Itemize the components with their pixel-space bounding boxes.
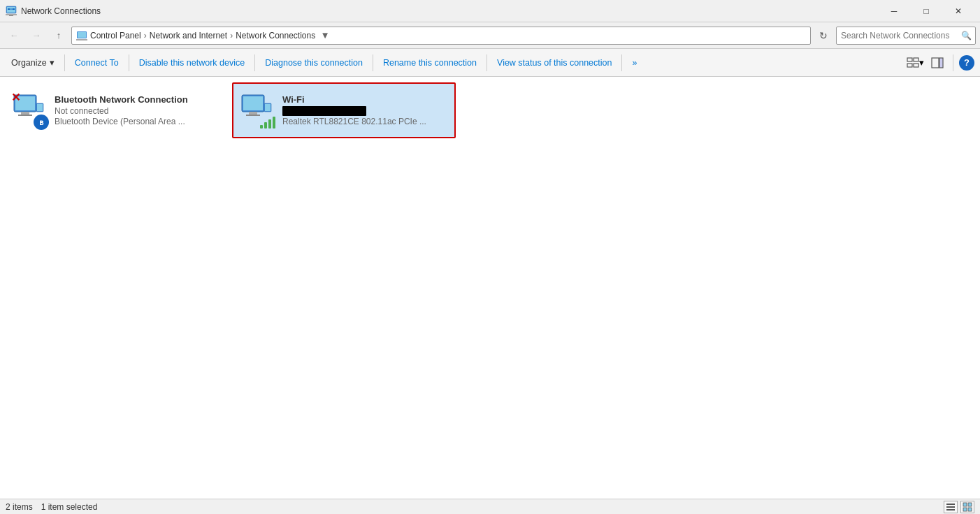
status-right (944, 501, 974, 513)
svg-rect-5 (13, 8, 15, 10)
item-count: 2 items (6, 502, 33, 512)
forward-button[interactable]: → (27, 26, 46, 45)
list-view-icon (946, 502, 956, 512)
svg-rect-12 (907, 64, 912, 67)
wifi-signal-bars (260, 115, 275, 128)
bluetooth-badge: ʙ (34, 115, 49, 130)
svg-rect-8 (78, 32, 86, 38)
preview-pane-icon (931, 57, 944, 69)
ssid-redacted (282, 106, 366, 116)
title-bar-left: Network Connections (6, 6, 101, 17)
toolbar-separator-7 (953, 54, 953, 71)
search-icon: 🔍 (961, 31, 972, 41)
status-details-view-button[interactable] (960, 501, 974, 513)
svg-rect-27 (265, 104, 271, 111)
svg-rect-19 (18, 115, 32, 116)
svg-rect-10 (907, 58, 912, 61)
address-dropdown-button[interactable]: ▼ (318, 27, 332, 45)
diagnose-connection-button[interactable]: Diagnose this connection (259, 52, 368, 74)
svg-rect-21 (37, 104, 43, 111)
wifi-item-ssid (282, 106, 449, 117)
signal-bar-2 (264, 122, 267, 128)
svg-rect-34 (968, 508, 972, 511)
back-button[interactable]: ← (4, 26, 24, 45)
up-button[interactable]: ↑ (49, 26, 69, 45)
svg-rect-15 (939, 58, 943, 68)
organize-button[interactable]: Organize ▾ (6, 52, 60, 74)
title-bar: Network Connections ─ □ ✕ (0, 0, 980, 22)
signal-bar-3 (268, 119, 271, 128)
more-button[interactable]: » (626, 52, 642, 74)
svg-rect-2 (6, 14, 17, 15)
toolbar: Organize ▾ Connect To Disable this netwo… (0, 49, 980, 77)
bluetooth-item-name: Bluetooth Network Connection (55, 94, 224, 105)
app-icon (6, 6, 17, 17)
status-bar: 2 items 1 item selected (0, 499, 980, 514)
rename-connection-button[interactable]: Rename this connection (377, 52, 482, 74)
toolbar-separator-4 (373, 54, 373, 71)
help-button[interactable]: ? (959, 55, 974, 71)
svg-rect-14 (932, 58, 939, 68)
svg-rect-33 (963, 508, 967, 511)
close-button[interactable]: ✕ (942, 0, 974, 22)
svg-rect-31 (963, 503, 967, 506)
disable-network-button[interactable]: Disable this network device (134, 52, 250, 74)
search-input[interactable] (836, 27, 976, 45)
signal-bar-4 (273, 117, 275, 128)
breadcrumb-control-panel[interactable]: Control Panel (90, 31, 141, 41)
minimize-button[interactable]: ─ (878, 0, 910, 22)
svg-rect-25 (246, 115, 260, 116)
selected-count: 1 item selected (41, 502, 98, 512)
svg-rect-3 (9, 15, 13, 16)
svg-rect-11 (914, 58, 918, 61)
view-options-icon (907, 57, 919, 69)
status-list-view-button[interactable] (944, 501, 958, 513)
address-icon (76, 30, 87, 41)
toolbar-separator-6 (621, 54, 622, 71)
wifi-network-item[interactable]: Wi-Fi Realtek RTL8821CE 802.11ac PCIe ..… (232, 82, 456, 138)
search-container: 🔍 (836, 27, 976, 45)
bluetooth-item-status: Not connected (55, 106, 224, 116)
signal-bar-1 (260, 125, 263, 128)
svg-rect-23 (243, 96, 263, 110)
toolbar-separator-1 (64, 54, 65, 71)
toolbar-separator-5 (487, 54, 487, 71)
breadcrumb-network-internet[interactable]: Network and Internet (150, 31, 227, 41)
error-badge: ✕ (11, 92, 22, 103)
svg-rect-24 (249, 112, 257, 115)
address-path: Control Panel › Network and Internet › N… (71, 27, 811, 45)
wifi-icon-container (239, 92, 275, 128)
breadcrumb-network-connections: Network Connections (236, 31, 315, 41)
window-title: Network Connections (21, 6, 101, 16)
details-view-icon (963, 502, 972, 512)
svg-rect-28 (946, 504, 955, 505)
toolbar-separator-2 (129, 54, 129, 71)
window-controls: ─ □ ✕ (878, 0, 974, 22)
main-content: ✕ ʙ Bluetooth Network Connection Not con… (0, 77, 980, 499)
toolbar-separator-3 (254, 54, 255, 71)
wifi-item-name: Wi-Fi (282, 94, 449, 105)
svg-rect-29 (946, 506, 955, 508)
bluetooth-item-info: Bluetooth Network Connection Not connect… (55, 94, 224, 126)
wifi-item-detail: Realtek RTL8821CE 802.11ac PCIe ... (282, 117, 449, 126)
address-bar: ← → ↑ Control Panel › Network and Intern… (0, 22, 980, 49)
maximize-button[interactable]: □ (910, 0, 942, 22)
bluetooth-item-detail: Bluetooth Device (Personal Area ... (55, 117, 224, 126)
svg-rect-32 (968, 503, 972, 506)
wifi-item-info: Wi-Fi Realtek RTL8821CE 802.11ac PCIe ..… (282, 94, 449, 127)
svg-rect-13 (914, 64, 918, 67)
toolbar-right: ▾ ? (905, 53, 974, 73)
view-options-button[interactable]: ▾ (905, 53, 925, 73)
refresh-button[interactable]: ↻ (814, 26, 833, 45)
view-status-button[interactable]: View status of this connection (491, 52, 617, 74)
svg-rect-30 (946, 509, 955, 511)
bluetooth-icon-container: ✕ ʙ (11, 92, 48, 128)
preview-pane-button[interactable] (928, 53, 947, 73)
svg-rect-18 (21, 112, 29, 115)
status-left: 2 items 1 item selected (6, 502, 97, 512)
svg-rect-9 (76, 39, 87, 41)
bluetooth-network-item[interactable]: ✕ ʙ Bluetooth Network Connection Not con… (6, 82, 229, 138)
svg-rect-4 (8, 8, 10, 10)
connect-to-button[interactable]: Connect To (69, 52, 124, 74)
